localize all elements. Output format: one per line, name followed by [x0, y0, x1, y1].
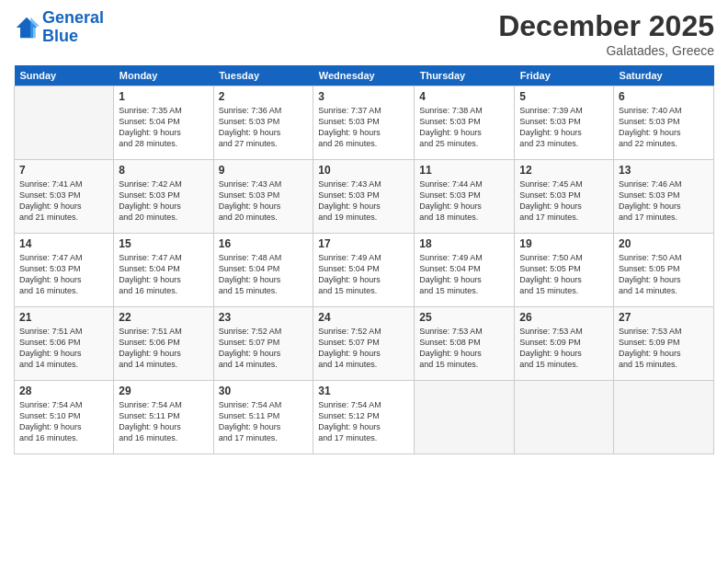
calendar-cell: 13Sunrise: 7:46 AM Sunset: 5:03 PM Dayli…	[614, 160, 714, 234]
week-row-0: 1Sunrise: 7:35 AM Sunset: 5:04 PM Daylig…	[15, 86, 714, 160]
day-number: 25	[419, 311, 509, 324]
header-cell-sunday: Sunday	[15, 65, 114, 86]
day-number: 23	[219, 311, 309, 324]
day-number: 13	[619, 164, 709, 177]
day-number: 19	[519, 237, 609, 250]
calendar-cell	[15, 86, 114, 160]
day-number: 31	[318, 385, 409, 397]
day-info: Sunrise: 7:50 AM Sunset: 5:05 PM Dayligh…	[619, 252, 709, 297]
calendar-cell: 15Sunrise: 7:47 AM Sunset: 5:04 PM Dayli…	[114, 234, 213, 307]
day-number: 8	[119, 164, 208, 177]
calendar-cell: 1Sunrise: 7:35 AM Sunset: 5:04 PM Daylig…	[114, 86, 213, 160]
calendar-body: 1Sunrise: 7:35 AM Sunset: 5:04 PM Daylig…	[15, 86, 714, 454]
svg-marker-1	[30, 17, 40, 38]
header-cell-thursday: Thursday	[415, 65, 515, 86]
day-number: 9	[219, 164, 309, 177]
day-info: Sunrise: 7:49 AM Sunset: 5:04 PM Dayligh…	[318, 252, 409, 297]
day-info: Sunrise: 7:47 AM Sunset: 5:04 PM Dayligh…	[119, 252, 208, 297]
day-info: Sunrise: 7:43 AM Sunset: 5:03 PM Dayligh…	[219, 178, 309, 224]
page: General Blue December 2025 Galatades, Gr…	[0, 0, 728, 563]
day-info: Sunrise: 7:46 AM Sunset: 5:03 PM Dayligh…	[619, 178, 709, 224]
day-number: 16	[219, 237, 309, 250]
logo: General Blue	[14, 9, 104, 46]
calendar-cell: 5Sunrise: 7:39 AM Sunset: 5:03 PM Daylig…	[515, 86, 614, 160]
day-number: 22	[119, 311, 208, 324]
day-info: Sunrise: 7:45 AM Sunset: 5:03 PM Dayligh…	[519, 178, 609, 224]
day-info: Sunrise: 7:53 AM Sunset: 5:08 PM Dayligh…	[419, 326, 509, 371]
day-number: 21	[19, 311, 108, 324]
calendar-cell: 7Sunrise: 7:41 AM Sunset: 5:03 PM Daylig…	[15, 160, 114, 234]
day-number: 17	[318, 237, 409, 250]
calendar-cell: 3Sunrise: 7:37 AM Sunset: 5:03 PM Daylig…	[313, 86, 415, 160]
day-info: Sunrise: 7:44 AM Sunset: 5:03 PM Dayligh…	[419, 178, 509, 224]
day-info: Sunrise: 7:39 AM Sunset: 5:03 PM Dayligh…	[519, 105, 609, 150]
header: General Blue December 2025 Galatades, Gr…	[14, 9, 714, 58]
week-row-3: 21Sunrise: 7:51 AM Sunset: 5:06 PM Dayli…	[15, 307, 714, 381]
day-info: Sunrise: 7:54 AM Sunset: 5:11 PM Dayligh…	[219, 399, 309, 444]
day-info: Sunrise: 7:51 AM Sunset: 5:06 PM Dayligh…	[19, 326, 108, 371]
calendar-cell: 6Sunrise: 7:40 AM Sunset: 5:03 PM Daylig…	[614, 86, 714, 160]
day-number: 28	[19, 385, 108, 397]
calendar-cell: 4Sunrise: 7:38 AM Sunset: 5:03 PM Daylig…	[415, 86, 515, 160]
day-number: 5	[519, 90, 609, 103]
calendar-cell: 10Sunrise: 7:43 AM Sunset: 5:03 PM Dayli…	[313, 160, 415, 234]
day-number: 27	[619, 311, 709, 324]
day-number: 1	[119, 90, 208, 103]
day-info: Sunrise: 7:38 AM Sunset: 5:03 PM Dayligh…	[419, 105, 509, 150]
day-number: 11	[419, 164, 509, 177]
day-info: Sunrise: 7:36 AM Sunset: 5:03 PM Dayligh…	[219, 105, 309, 150]
logo-line1: General	[42, 8, 104, 27]
logo-line2: Blue	[42, 27, 78, 45]
day-info: Sunrise: 7:51 AM Sunset: 5:06 PM Dayligh…	[119, 326, 208, 371]
header-cell-monday: Monday	[114, 65, 213, 86]
day-number: 3	[318, 90, 409, 103]
calendar-cell: 2Sunrise: 7:36 AM Sunset: 5:03 PM Daylig…	[213, 86, 313, 160]
week-row-2: 14Sunrise: 7:47 AM Sunset: 5:03 PM Dayli…	[15, 234, 714, 307]
day-info: Sunrise: 7:53 AM Sunset: 5:09 PM Dayligh…	[619, 326, 709, 371]
day-number: 15	[119, 237, 208, 250]
day-number: 26	[519, 311, 609, 324]
calendar-cell: 9Sunrise: 7:43 AM Sunset: 5:03 PM Daylig…	[213, 160, 313, 234]
week-row-1: 7Sunrise: 7:41 AM Sunset: 5:03 PM Daylig…	[15, 160, 714, 234]
day-number: 2	[219, 90, 309, 103]
header-row: SundayMondayTuesdayWednesdayThursdayFrid…	[15, 65, 714, 86]
calendar-cell: 31Sunrise: 7:54 AM Sunset: 5:12 PM Dayli…	[313, 381, 415, 454]
calendar-cell	[614, 381, 714, 454]
day-number: 7	[19, 164, 108, 177]
month-title: December 2025	[498, 9, 714, 43]
calendar-cell: 16Sunrise: 7:48 AM Sunset: 5:04 PM Dayli…	[213, 234, 313, 307]
calendar-cell: 30Sunrise: 7:54 AM Sunset: 5:11 PM Dayli…	[213, 381, 313, 454]
day-info: Sunrise: 7:53 AM Sunset: 5:09 PM Dayligh…	[519, 326, 609, 371]
calendar-cell: 8Sunrise: 7:42 AM Sunset: 5:03 PM Daylig…	[114, 160, 213, 234]
day-number: 20	[619, 237, 709, 250]
day-info: Sunrise: 7:54 AM Sunset: 5:12 PM Dayligh…	[318, 399, 409, 444]
logo-icon	[14, 15, 40, 40]
calendar-cell: 19Sunrise: 7:50 AM Sunset: 5:05 PM Dayli…	[515, 234, 614, 307]
day-number: 6	[619, 90, 709, 103]
day-info: Sunrise: 7:54 AM Sunset: 5:11 PM Dayligh…	[119, 399, 208, 444]
day-info: Sunrise: 7:48 AM Sunset: 5:04 PM Dayligh…	[219, 252, 309, 297]
day-info: Sunrise: 7:52 AM Sunset: 5:07 PM Dayligh…	[318, 326, 409, 371]
calendar-cell: 21Sunrise: 7:51 AM Sunset: 5:06 PM Dayli…	[15, 307, 114, 381]
day-number: 12	[519, 164, 609, 177]
week-row-4: 28Sunrise: 7:54 AM Sunset: 5:10 PM Dayli…	[15, 381, 714, 454]
title-block: December 2025 Galatades, Greece	[498, 9, 714, 58]
day-info: Sunrise: 7:52 AM Sunset: 5:07 PM Dayligh…	[219, 326, 309, 371]
day-number: 18	[419, 237, 509, 250]
day-number: 14	[19, 237, 108, 250]
calendar-cell: 17Sunrise: 7:49 AM Sunset: 5:04 PM Dayli…	[313, 234, 415, 307]
header-cell-friday: Friday	[515, 65, 614, 86]
calendar-cell: 24Sunrise: 7:52 AM Sunset: 5:07 PM Dayli…	[313, 307, 415, 381]
location: Galatades, Greece	[498, 43, 714, 58]
day-number: 24	[318, 311, 409, 324]
day-number: 10	[318, 164, 409, 177]
header-cell-tuesday: Tuesday	[213, 65, 313, 86]
calendar-header: SundayMondayTuesdayWednesdayThursdayFrid…	[15, 65, 714, 86]
calendar-cell	[515, 381, 614, 454]
day-info: Sunrise: 7:49 AM Sunset: 5:04 PM Dayligh…	[419, 252, 509, 297]
calendar-cell: 12Sunrise: 7:45 AM Sunset: 5:03 PM Dayli…	[515, 160, 614, 234]
day-info: Sunrise: 7:47 AM Sunset: 5:03 PM Dayligh…	[19, 252, 108, 297]
calendar-cell: 29Sunrise: 7:54 AM Sunset: 5:11 PM Dayli…	[114, 381, 213, 454]
logo-text: General Blue	[42, 9, 104, 46]
day-info: Sunrise: 7:40 AM Sunset: 5:03 PM Dayligh…	[619, 105, 709, 150]
